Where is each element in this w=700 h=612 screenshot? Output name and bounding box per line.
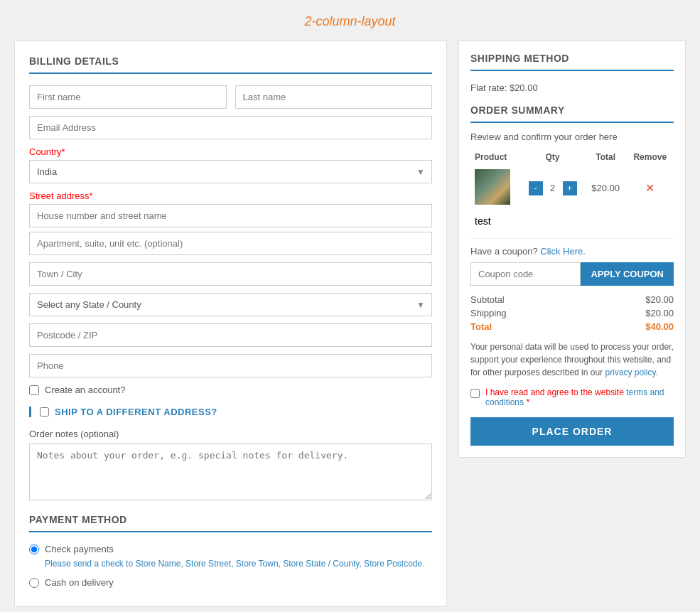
country-label: Country* xyxy=(29,146,432,157)
check-payment-description: Please send a check to Store Name, Store… xyxy=(45,559,432,569)
product-table: Product Qty Total Remove xyxy=(470,149,674,231)
shipping-method-header: SHIPPING METHOD xyxy=(470,53,674,71)
privacy-policy-link[interactable]: privacy policy xyxy=(605,367,655,377)
qty-control: - 2 + xyxy=(524,181,581,195)
apt-input[interactable] xyxy=(29,232,432,255)
order-notes-input[interactable] xyxy=(29,444,432,500)
terms-row: I have read and agree to the website ter… xyxy=(470,387,674,407)
postcode-input[interactable] xyxy=(29,323,432,347)
email-input[interactable] xyxy=(29,116,432,139)
coupon-text: Have a coupon? Click Here. xyxy=(470,246,674,257)
ship-different-label: SHIP TO A DIFFERENT ADDRESS? xyxy=(55,407,217,417)
terms-checkbox[interactable] xyxy=(470,389,480,398)
qty-increase-button[interactable]: + xyxy=(563,181,577,195)
email-field xyxy=(29,116,432,139)
terms-label: I have read and agree to the website ter… xyxy=(485,387,674,407)
last-name-input[interactable] xyxy=(235,85,433,109)
order-summary-section: ORDER SUMMARY Review and confirm your or… xyxy=(470,104,674,446)
place-order-button[interactable]: PLACE ORDER xyxy=(470,417,674,446)
cash-delivery-label: Cash on delivery xyxy=(45,577,114,588)
col-remove: Remove xyxy=(627,149,674,165)
first-name-input[interactable] xyxy=(29,85,227,109)
ship-different-checkbox[interactable] xyxy=(40,407,49,417)
house-input[interactable] xyxy=(29,204,432,227)
create-account-label: Create an account? xyxy=(45,385,125,395)
subtotal-value: $20.00 xyxy=(645,294,674,305)
country-field: Country* India ▼ xyxy=(29,146,432,183)
check-payment-row: Check payments xyxy=(29,544,432,554)
product-name-row: test xyxy=(470,211,674,231)
col-product: Product xyxy=(470,149,520,165)
phone-field xyxy=(29,354,432,377)
state-field: Select any State / County ▼ xyxy=(29,293,432,316)
street-field: Street address* xyxy=(29,190,432,255)
shipping-value: $20.00 xyxy=(645,308,674,318)
table-row: - 2 + $20.00 ✕ xyxy=(470,165,674,211)
coupon-section: Have a coupon? Click Here. Apply coupon xyxy=(470,246,674,286)
payment-section: PAYMENT METHOD Check payments Please sen… xyxy=(29,514,432,588)
order-notes-label: Order notes (optional) xyxy=(29,429,432,439)
remove-product-button[interactable]: ✕ xyxy=(645,181,655,195)
order-summary-header: ORDER SUMMARY xyxy=(470,104,674,123)
coupon-input[interactable] xyxy=(470,262,581,286)
postcode-field xyxy=(29,323,432,347)
coupon-link[interactable]: Click Here. xyxy=(540,246,586,257)
ship-header: SHIP TO A DIFFERENT ADDRESS? xyxy=(40,407,432,417)
page-title: 2-column-layout xyxy=(14,14,686,29)
product-name: test xyxy=(470,211,674,231)
payment-header: PAYMENT METHOD xyxy=(29,514,432,532)
total-row: Total $40.00 xyxy=(470,321,674,332)
create-account-checkbox[interactable] xyxy=(29,385,39,395)
right-column: SHIPPING METHOD Flat rate: $20.00 ORDER … xyxy=(458,41,686,458)
ship-to-different-section: SHIP TO A DIFFERENT ADDRESS? xyxy=(29,407,432,417)
phone-input[interactable] xyxy=(29,354,432,377)
country-select-wrapper: India ▼ xyxy=(29,160,432,183)
billing-header: BILLING DETAILS xyxy=(29,55,432,74)
qty-value: 2 xyxy=(546,183,560,193)
col-qty: Qty xyxy=(520,149,585,165)
check-payment-label: Check payments xyxy=(45,544,114,554)
subtotal-label: Subtotal xyxy=(470,294,505,305)
city-field xyxy=(29,262,432,286)
city-input[interactable] xyxy=(29,262,432,286)
flat-rate-text: Flat rate: $20.00 xyxy=(470,82,674,93)
divider xyxy=(470,238,674,239)
totals-section: Subtotal $20.00 Shipping $20.00 Total $4… xyxy=(470,294,674,332)
privacy-text: Your personal data will be used to proce… xyxy=(470,340,674,379)
coupon-row: Apply coupon xyxy=(470,262,674,286)
subtotal-row: Subtotal $20.00 xyxy=(470,294,674,305)
create-account-row: Create an account? xyxy=(29,385,432,395)
order-notes-section: Order notes (optional) xyxy=(29,429,432,503)
total-label: Total xyxy=(470,321,492,332)
product-image xyxy=(475,169,510,205)
billing-section: BILLING DETAILS Country* India ▼ xyxy=(14,41,447,607)
cash-delivery-row: Cash on delivery xyxy=(29,577,432,588)
check-payment-radio[interactable] xyxy=(29,544,39,554)
product-price: $20.00 xyxy=(585,165,627,211)
qty-decrease-button[interactable]: - xyxy=(529,181,543,195)
shipping-label: Shipping xyxy=(470,308,507,318)
review-text: Review and confirm your order here xyxy=(470,131,674,142)
apply-coupon-button[interactable]: Apply coupon xyxy=(581,262,674,286)
shipping-method-section: SHIPPING METHOD Flat rate: $20.00 xyxy=(470,53,674,93)
cash-delivery-radio[interactable] xyxy=(29,578,39,588)
total-value: $40.00 xyxy=(645,321,674,332)
shipping-row: Shipping $20.00 xyxy=(470,308,674,318)
street-label: Street address* xyxy=(29,190,432,201)
state-select-wrapper: Select any State / County ▼ xyxy=(29,293,432,316)
name-row xyxy=(29,85,432,109)
state-select[interactable]: Select any State / County xyxy=(29,293,432,316)
col-total: Total xyxy=(585,149,627,165)
country-select[interactable]: India xyxy=(29,160,432,183)
